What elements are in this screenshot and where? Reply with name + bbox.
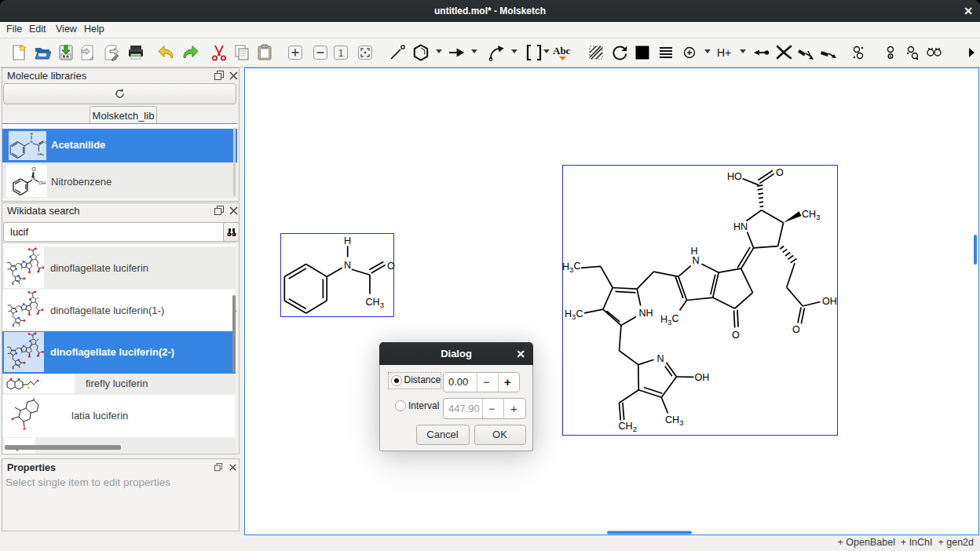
- svg-text:HO: HO: [727, 171, 742, 182]
- svg-text:OH: OH: [695, 372, 710, 383]
- svg-text:O: O: [732, 330, 740, 341]
- svg-text:CH3: CH3: [802, 209, 821, 221]
- svg-text:O: O: [776, 167, 784, 178]
- svg-text:H3C: H3C: [660, 313, 679, 327]
- svg-text:H3C: H3C: [562, 261, 581, 274]
- svg-text:OH: OH: [822, 296, 837, 307]
- svg-text:O: O: [792, 324, 800, 335]
- svg-text:HN: HN: [733, 221, 748, 232]
- svg-text:NH: NH: [639, 308, 653, 319]
- svg-text:N: N: [693, 255, 700, 266]
- svg-text:CH2: CH2: [619, 421, 638, 433]
- svg-text:N: N: [657, 353, 664, 364]
- svg-text:H3C: H3C: [565, 308, 583, 322]
- svg-text:CH3: CH3: [665, 414, 684, 427]
